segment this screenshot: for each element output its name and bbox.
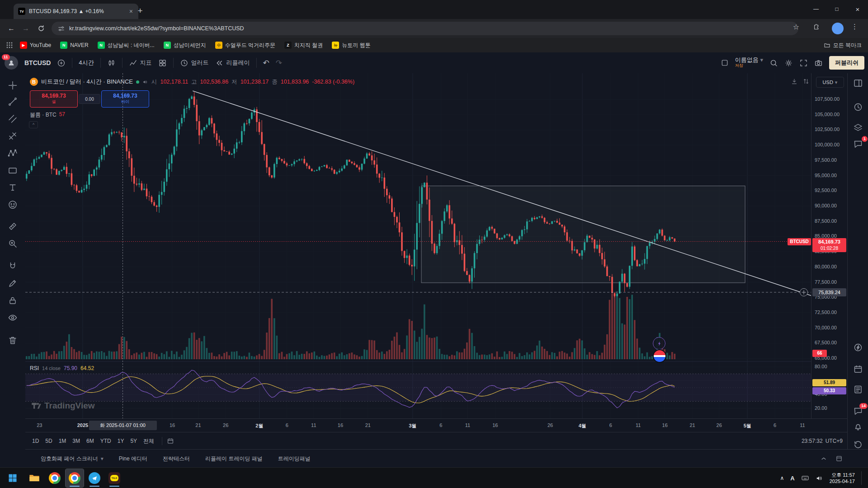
range-button-1D[interactable]: 1D xyxy=(29,436,42,446)
ime-indicator[interactable]: A xyxy=(790,475,794,482)
chrome-icon[interactable] xyxy=(46,469,64,487)
zoom-tool-icon[interactable] xyxy=(4,236,21,251)
range-button-1Y[interactable]: 1Y xyxy=(114,436,127,446)
hide-drawings-eye-icon[interactable] xyxy=(4,310,21,325)
footer-tab[interactable]: 트레이딩패널 xyxy=(278,455,311,463)
bookmark-item[interactable]: 뉴뉴토끼 웹툰 xyxy=(332,42,370,49)
data-window-icon[interactable] xyxy=(851,383,865,396)
text-tool-icon[interactable] xyxy=(4,180,21,195)
range-button-5Y[interactable]: 5Y xyxy=(127,436,140,446)
browser-tab[interactable]: TV BTCUSD 84,169.73 ▲ +0.16% × xyxy=(14,4,138,19)
reload-icon[interactable] xyxy=(35,23,47,34)
magnet-tool-icon[interactable] xyxy=(4,258,21,274)
buy-button[interactable]: 84,169.73 바이 xyxy=(101,90,149,108)
settings-gear-icon[interactable] xyxy=(784,59,793,67)
hotlists-layers-icon[interactable] xyxy=(851,121,865,135)
alert-button[interactable]: 얼러트 xyxy=(180,59,209,67)
undo-icon[interactable]: ↶ xyxy=(263,58,269,68)
xabcd-pattern-tool-icon[interactable] xyxy=(4,145,21,161)
apps-grid-icon[interactable] xyxy=(6,42,13,48)
trend-line-tool-icon[interactable] xyxy=(4,94,21,109)
alerts-clock-icon[interactable] xyxy=(851,100,865,114)
notifications-bell-icon[interactable] xyxy=(851,419,865,433)
window-close-button[interactable]: × xyxy=(847,0,868,18)
bookmark-item[interactable]: NNAVER xyxy=(60,42,88,49)
lock-tool-icon[interactable] xyxy=(4,293,21,308)
chat-icon[interactable]: 1 xyxy=(851,137,865,151)
legend-collapse-button[interactable]: ^ xyxy=(29,121,38,128)
volume-icon[interactable] xyxy=(816,474,823,482)
browser-menu-icon[interactable]: ⋮ xyxy=(851,23,858,31)
crosshair-tool-icon[interactable] xyxy=(4,78,21,93)
save-layout-icon[interactable] xyxy=(721,59,729,67)
footer-tab[interactable]: 전략테스터 xyxy=(163,455,190,463)
streams-icon[interactable] xyxy=(851,341,865,354)
range-button-6M[interactable]: 6M xyxy=(83,436,97,446)
back-icon[interactable]: ← xyxy=(5,23,17,34)
remove-drawings-trash-icon[interactable] xyxy=(4,333,21,348)
bookmark-item[interactable]: 수수얼푸드 먹거리주문 xyxy=(215,42,275,49)
telegram-icon[interactable] xyxy=(85,469,104,487)
window-maximize-button[interactable]: □ xyxy=(826,0,847,18)
tray-expand-icon[interactable]: ∧ xyxy=(780,475,784,481)
extensions-icon[interactable] xyxy=(813,23,820,30)
url-bar[interactable]: kr.tradingview.com/chart/ek2eS5dw/?symbo… xyxy=(52,22,798,35)
start-button[interactable] xyxy=(4,469,22,487)
compare-add-icon[interactable] xyxy=(57,59,66,67)
file-explorer-icon[interactable] xyxy=(25,469,43,487)
price-scale-mode-icon[interactable] xyxy=(802,78,810,85)
chart-legend[interactable]: B 비트코인 / 달러 · 4시간 · BINANCE 시102,178.11 … xyxy=(30,78,354,86)
measure-tool-icon[interactable] xyxy=(4,219,21,234)
bookmark-item[interactable]: N성남미세먼지 xyxy=(164,42,206,49)
volume-legend[interactable]: 볼륨 · BTC 57 xyxy=(30,111,65,119)
footer-tab[interactable]: 암호화폐 페어 스크리너▾ xyxy=(41,455,104,463)
interval-button[interactable]: 4시간 xyxy=(79,59,94,67)
bookmark-item[interactable]: N성남날씨 : 네이버... xyxy=(98,42,155,49)
range-button-3M[interactable]: 3M xyxy=(69,436,83,446)
layout-grid-icon[interactable] xyxy=(158,59,167,67)
range-button-YTD[interactable]: YTD xyxy=(97,436,114,446)
chart-pane[interactable]: B 비트코인 / 달러 · 4시간 · BINANCE 시102,178.11 … xyxy=(25,73,811,418)
range-button-5D[interactable]: 5D xyxy=(42,436,55,446)
shapes-tool-icon[interactable] xyxy=(4,163,21,178)
new-tab-button[interactable]: + xyxy=(134,5,146,17)
forward-icon[interactable]: → xyxy=(20,23,32,34)
currency-selector[interactable]: USD ▾ xyxy=(816,77,844,88)
tab-close-icon[interactable]: × xyxy=(128,8,134,15)
clock[interactable]: 23:57:32 UTC+9 xyxy=(802,438,843,444)
panel-collapse-icon[interactable] xyxy=(820,455,827,462)
all-bookmarks-button[interactable]: 모든 북마크 xyxy=(824,42,862,49)
panel-maximize-icon[interactable] xyxy=(835,455,843,462)
bookmark-star-icon[interactable]: ☆ xyxy=(793,23,799,31)
replay-button[interactable]: 리플레이 xyxy=(215,59,250,67)
symbol-button[interactable]: BTCUSD xyxy=(24,59,51,66)
range-button-1M[interactable]: 1M xyxy=(56,436,70,446)
footer-tab[interactable]: Pine 에디터 xyxy=(119,455,147,463)
watchlist-icon[interactable] xyxy=(851,76,865,90)
redo-icon[interactable]: ↷ xyxy=(276,58,282,68)
kakaotalk-icon[interactable]: TALK xyxy=(105,469,123,487)
pitchfork-tool-icon[interactable] xyxy=(4,128,21,144)
fullscreen-icon[interactable] xyxy=(799,59,808,67)
bookmark-item[interactable]: Z치지직 철권 xyxy=(284,42,323,49)
goto-date-icon[interactable] xyxy=(167,437,174,445)
indicators-button[interactable]: 지표 xyxy=(129,59,152,67)
footer-tab[interactable]: 리플레이 트레이딩 패널 xyxy=(205,455,263,463)
scroll-to-recent-icon[interactable] xyxy=(791,78,798,85)
chart-type-icon[interactable] xyxy=(107,59,116,67)
price-axis[interactable]: USD ▾ 107,500.00105,000.00102,500.00100,… xyxy=(811,73,848,418)
time-axis[interactable]: 2320251621262월61116213월61116264월61116212… xyxy=(25,418,847,432)
window-minimize-button[interactable]: — xyxy=(806,0,826,18)
bookmark-item[interactable]: ▶YouTube xyxy=(20,42,51,49)
publish-button[interactable]: 퍼블리쉬 xyxy=(829,56,864,70)
chrome-active-icon[interactable] xyxy=(66,469,84,487)
site-settings-icon[interactable] xyxy=(58,25,65,32)
parallel-channel-tool-icon[interactable] xyxy=(4,111,21,127)
rsi-legend[interactable]: RSI 14 close 75.90 64.52 xyxy=(30,365,94,371)
instant-order-button[interactable] xyxy=(653,337,665,350)
keyboard-icon[interactable] xyxy=(801,474,809,482)
calendar-icon[interactable] xyxy=(851,362,865,376)
emoji-tool-icon[interactable] xyxy=(4,197,21,212)
draw-tool-icon[interactable] xyxy=(4,276,21,291)
range-button-전체[interactable]: 전체 xyxy=(140,436,157,447)
